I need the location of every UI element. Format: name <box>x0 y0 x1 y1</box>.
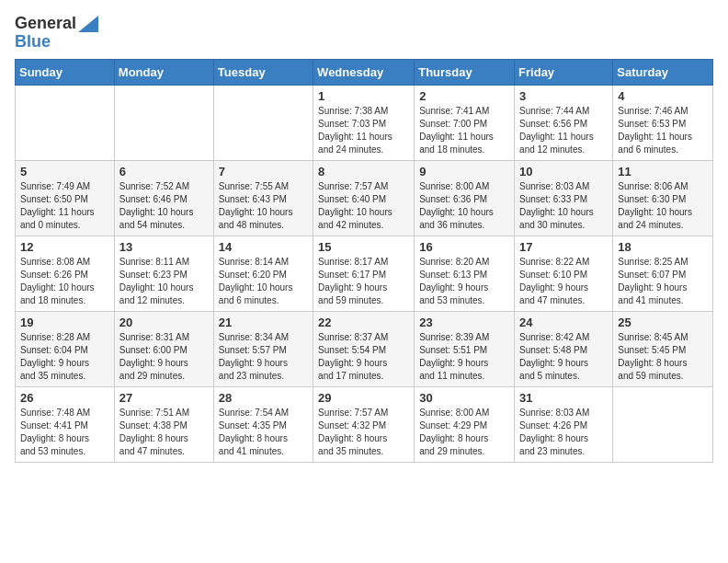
day-number: 25 <box>618 316 708 329</box>
day-info: Sunrise: 8:42 AM Sunset: 5:48 PM Dayligh… <box>519 331 608 383</box>
calendar-cell: 1Sunrise: 7:38 AM Sunset: 7:03 PM Daylig… <box>313 85 415 160</box>
calendar-cell: 2Sunrise: 7:41 AM Sunset: 7:00 PM Daylig… <box>415 85 515 160</box>
week-row-1: 1Sunrise: 7:38 AM Sunset: 7:03 PM Daylig… <box>16 85 713 160</box>
day-info: Sunrise: 7:51 AM Sunset: 4:38 PM Dayligh… <box>119 407 209 458</box>
week-row-5: 26Sunrise: 7:48 AM Sunset: 4:41 PM Dayli… <box>16 386 713 462</box>
calendar-cell <box>613 386 713 462</box>
day-info: Sunrise: 8:06 AM Sunset: 6:30 PM Dayligh… <box>618 180 708 232</box>
day-number: 6 <box>119 165 209 178</box>
day-number: 7 <box>219 165 308 178</box>
week-row-3: 12Sunrise: 8:08 AM Sunset: 6:26 PM Dayli… <box>16 236 713 311</box>
day-info: Sunrise: 8:00 AM Sunset: 4:29 PM Dayligh… <box>419 407 509 458</box>
day-number: 16 <box>419 240 509 254</box>
calendar-cell: 31Sunrise: 8:03 AM Sunset: 4:26 PM Dayli… <box>515 386 613 462</box>
calendar-cell: 18Sunrise: 8:25 AM Sunset: 6:07 PM Dayli… <box>613 236 713 311</box>
calendar-cell: 22Sunrise: 8:37 AM Sunset: 5:54 PM Dayli… <box>313 311 415 386</box>
day-number: 19 <box>20 316 109 329</box>
calendar-cell: 4Sunrise: 7:46 AM Sunset: 6:53 PM Daylig… <box>613 85 713 160</box>
day-info: Sunrise: 8:39 AM Sunset: 5:51 PM Dayligh… <box>419 331 509 383</box>
col-header-thursday: Thursday <box>415 59 515 85</box>
calendar-cell: 21Sunrise: 8:34 AM Sunset: 5:57 PM Dayli… <box>213 311 313 386</box>
calendar-cell: 7Sunrise: 7:55 AM Sunset: 6:43 PM Daylig… <box>213 160 313 236</box>
day-info: Sunrise: 7:46 AM Sunset: 6:53 PM Dayligh… <box>618 105 708 156</box>
calendar-cell: 9Sunrise: 8:00 AM Sunset: 6:36 PM Daylig… <box>415 160 515 236</box>
svg-marker-0 <box>78 16 98 32</box>
calendar-cell: 16Sunrise: 8:20 AM Sunset: 6:13 PM Dayli… <box>415 236 515 311</box>
day-number: 8 <box>318 165 409 178</box>
calendar-cell: 20Sunrise: 8:31 AM Sunset: 6:00 PM Dayli… <box>114 311 213 386</box>
day-number: 27 <box>119 391 209 405</box>
calendar-cell: 11Sunrise: 8:06 AM Sunset: 6:30 PM Dayli… <box>613 160 713 236</box>
calendar-cell: 12Sunrise: 8:08 AM Sunset: 6:26 PM Dayli… <box>16 236 115 311</box>
calendar-cell: 28Sunrise: 7:54 AM Sunset: 4:35 PM Dayli… <box>213 386 313 462</box>
day-info: Sunrise: 8:03 AM Sunset: 4:26 PM Dayligh… <box>519 407 608 458</box>
calendar-cell: 13Sunrise: 8:11 AM Sunset: 6:23 PM Dayli… <box>114 236 213 311</box>
day-info: Sunrise: 8:11 AM Sunset: 6:23 PM Dayligh… <box>119 256 209 307</box>
day-number: 17 <box>519 240 608 254</box>
day-number: 1 <box>318 89 409 103</box>
calendar-cell <box>16 85 115 160</box>
day-info: Sunrise: 7:54 AM Sunset: 4:35 PM Dayligh… <box>219 407 308 458</box>
calendar-cell: 3Sunrise: 7:44 AM Sunset: 6:56 PM Daylig… <box>515 85 613 160</box>
day-info: Sunrise: 7:52 AM Sunset: 6:46 PM Dayligh… <box>119 180 209 232</box>
calendar-cell: 27Sunrise: 7:51 AM Sunset: 4:38 PM Dayli… <box>114 386 213 462</box>
col-header-monday: Monday <box>114 59 213 85</box>
day-info: Sunrise: 8:03 AM Sunset: 6:33 PM Dayligh… <box>519 180 608 232</box>
page-header: General Blue <box>15 15 713 52</box>
calendar-cell: 29Sunrise: 7:57 AM Sunset: 4:32 PM Dayli… <box>313 386 415 462</box>
calendar-cell: 25Sunrise: 8:45 AM Sunset: 5:45 PM Dayli… <box>613 311 713 386</box>
day-info: Sunrise: 8:22 AM Sunset: 6:10 PM Dayligh… <box>519 256 608 307</box>
day-info: Sunrise: 8:28 AM Sunset: 6:04 PM Dayligh… <box>20 331 109 383</box>
day-number: 23 <box>419 316 509 329</box>
calendar-cell: 14Sunrise: 8:14 AM Sunset: 6:20 PM Dayli… <box>213 236 313 311</box>
day-number: 12 <box>20 240 109 254</box>
day-info: Sunrise: 7:57 AM Sunset: 4:32 PM Dayligh… <box>318 407 409 458</box>
day-number: 20 <box>119 316 209 329</box>
calendar-cell <box>114 85 213 160</box>
day-info: Sunrise: 8:31 AM Sunset: 6:00 PM Dayligh… <box>119 331 209 383</box>
day-number: 4 <box>618 89 708 103</box>
calendar-cell: 17Sunrise: 8:22 AM Sunset: 6:10 PM Dayli… <box>515 236 613 311</box>
day-info: Sunrise: 8:45 AM Sunset: 5:45 PM Dayligh… <box>618 331 708 383</box>
calendar-cell: 19Sunrise: 8:28 AM Sunset: 6:04 PM Dayli… <box>16 311 115 386</box>
day-number: 14 <box>219 240 308 254</box>
day-number: 30 <box>419 391 509 405</box>
day-info: Sunrise: 7:41 AM Sunset: 7:00 PM Dayligh… <box>419 105 509 156</box>
day-info: Sunrise: 8:37 AM Sunset: 5:54 PM Dayligh… <box>318 331 409 383</box>
day-number: 5 <box>20 165 109 178</box>
day-info: Sunrise: 7:38 AM Sunset: 7:03 PM Dayligh… <box>318 105 409 156</box>
col-header-sunday: Sunday <box>16 59 115 85</box>
day-number: 15 <box>318 240 409 254</box>
day-number: 2 <box>419 89 509 103</box>
week-row-2: 5Sunrise: 7:49 AM Sunset: 6:50 PM Daylig… <box>16 160 713 236</box>
calendar-cell: 23Sunrise: 8:39 AM Sunset: 5:51 PM Dayli… <box>415 311 515 386</box>
calendar-cell: 30Sunrise: 8:00 AM Sunset: 4:29 PM Dayli… <box>415 386 515 462</box>
logo-icon <box>78 16 98 32</box>
col-header-tuesday: Tuesday <box>213 59 313 85</box>
day-number: 24 <box>519 316 608 329</box>
day-info: Sunrise: 8:14 AM Sunset: 6:20 PM Dayligh… <box>219 256 308 307</box>
day-number: 9 <box>419 165 509 178</box>
calendar-cell <box>213 85 313 160</box>
day-number: 13 <box>119 240 209 254</box>
day-number: 10 <box>519 165 608 178</box>
calendar-cell: 15Sunrise: 8:17 AM Sunset: 6:17 PM Dayli… <box>313 236 415 311</box>
day-number: 11 <box>618 165 708 178</box>
day-info: Sunrise: 8:34 AM Sunset: 5:57 PM Dayligh… <box>219 331 308 383</box>
day-number: 31 <box>519 391 608 405</box>
day-number: 18 <box>618 240 708 254</box>
day-info: Sunrise: 7:44 AM Sunset: 6:56 PM Dayligh… <box>519 105 608 156</box>
week-row-4: 19Sunrise: 8:28 AM Sunset: 6:04 PM Dayli… <box>16 311 713 386</box>
day-number: 29 <box>318 391 409 405</box>
day-info: Sunrise: 7:55 AM Sunset: 6:43 PM Dayligh… <box>219 180 308 232</box>
day-number: 22 <box>318 316 409 329</box>
calendar-cell: 5Sunrise: 7:49 AM Sunset: 6:50 PM Daylig… <box>16 160 115 236</box>
day-info: Sunrise: 7:57 AM Sunset: 6:40 PM Dayligh… <box>318 180 409 232</box>
day-number: 28 <box>219 391 308 405</box>
col-header-saturday: Saturday <box>613 59 713 85</box>
day-info: Sunrise: 8:17 AM Sunset: 6:17 PM Dayligh… <box>318 256 409 307</box>
day-info: Sunrise: 7:48 AM Sunset: 4:41 PM Dayligh… <box>20 407 109 458</box>
day-info: Sunrise: 8:08 AM Sunset: 6:26 PM Dayligh… <box>20 256 109 307</box>
day-number: 3 <box>519 89 608 103</box>
day-info: Sunrise: 8:25 AM Sunset: 6:07 PM Dayligh… <box>618 256 708 307</box>
